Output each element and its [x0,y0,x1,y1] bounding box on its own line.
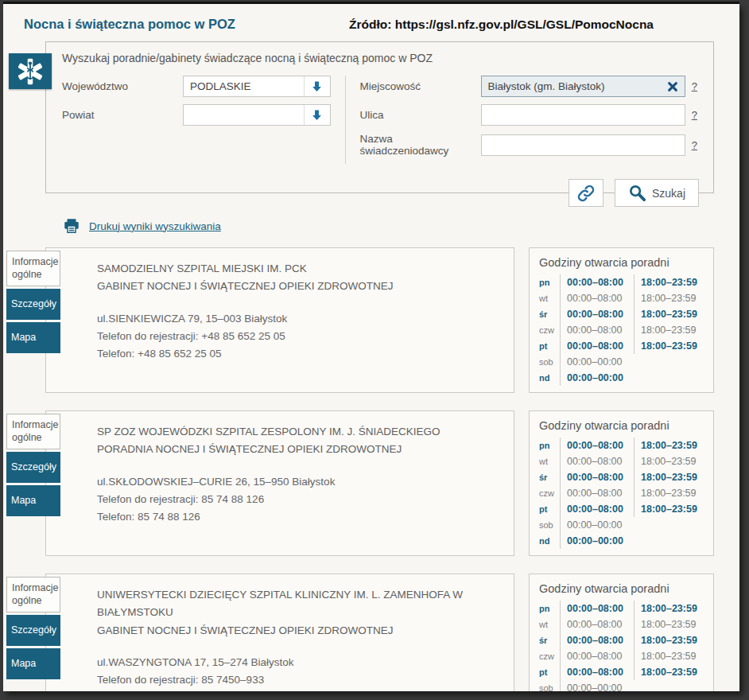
hours-table: pn00:00–08:0018:00–23:59wt00:00–08:0018:… [539,274,704,386]
tab-szczegoly[interactable]: Szczegóły [6,452,60,483]
source-url-label: Źródło: https://gsl.nfz.gov.pl/GSL/GSL/P… [349,18,654,32]
page-title: Nocna i świąteczna pomoc w POZ [24,17,235,32]
form-left-column: Województwo PODLASKIE Powiat [62,76,345,164]
facility-tabs: Informacje ogólne Szczegóły Mapa [6,414,60,519]
hours-row: śr00:00–08:0018:00–23:59 [539,632,704,648]
facility-phone-registration: Telefon do rejestracji: +48 85 652 25 05 [97,328,499,345]
hours-card: Godziny otwarcia poradni pn00:00–08:0018… [529,574,714,691]
form-right-column: Miejscowość Białystok (gm. Białystok) ? … [345,76,697,164]
tab-informacje-ogolne[interactable]: Informacje ogólne [6,414,60,449]
hours-row: czw00:00–08:0018:00–23:59 [539,485,704,501]
hours-row: wt00:00–08:0018:00–23:59 [539,290,704,306]
hours-row: sob00:00–00:00 [539,354,704,370]
search-button[interactable]: Szukaj [615,179,699,207]
tab-szczegoly[interactable]: Szczegóły [6,615,60,646]
hours-row: pt00:00–08:0018:00–23:59 [539,501,704,517]
facility-phone: Telefon: 85 7450–933 [97,689,499,691]
chain-link-icon [576,184,596,203]
hours-title: Godziny otwarcia poradni [539,582,704,595]
hours-row: nd00:00–00:00 [539,533,704,549]
ulica-input[interactable] [481,104,685,126]
hours-row: śr00:00–08:0018:00–23:59 [539,306,704,322]
hours-title: Godziny otwarcia poradni [539,419,704,432]
tab-informacje-ogolne[interactable]: Informacje ogólne [6,577,60,612]
wojewodztwo-value: PODLASKIE [184,80,304,92]
facility-card: UNIWERSYTECKI DZIECIĘCY SZPITAL KLINICZN… [45,574,514,691]
miejscowosc-help-link[interactable]: ? [692,80,697,92]
hours-row: śr00:00–08:0018:00–23:59 [539,469,704,485]
result-row: Informacje ogólne Szczegóły Mapa UNIWERS… [45,574,714,691]
facility-tabs: Informacje ogólne Szczegóły Mapa [6,251,60,356]
facility-name: SAMODZIELNY SZPITAL MIEJSKI IM. PCKGABIN… [97,260,499,296]
miejscowosc-label: Miejscowość [360,80,481,92]
tab-mapa[interactable]: Mapa [6,648,60,679]
hours-row: pt00:00–08:0018:00–23:59 [539,664,704,680]
facility-name: SP ZOZ WOJEWÓDZKI SZPITAL ZESPOLONY IM. … [97,423,499,459]
facility-phone: Telefon: 85 74 88 126 [97,508,499,526]
search-panel-title: Wyszukaj poradnie/gabinety świadczące no… [62,52,697,64]
facility-card: SP ZOZ WOJEWÓDZKI SZPITAL ZESPOLONY IM. … [45,410,514,556]
miejscowosc-value: Białystok (gm. Białystok) [482,80,661,92]
nazwa-swiadczeniodawcy-input[interactable] [481,134,685,156]
ulica-help-link[interactable]: ? [692,109,697,121]
hours-row: sob00:00–00:00 [539,680,704,691]
hours-row: czw00:00–08:0018:00–23:59 [539,322,704,338]
print-results-link[interactable]: Drukuj wyniki wyszukiwania [89,220,221,232]
powiat-select[interactable] [183,104,331,126]
hours-title: Godziny otwarcia poradni [539,256,704,269]
facility-name: UNIWERSYTECKI DZIECIĘCY SZPITAL KLINICZN… [97,586,499,640]
search-button-label: Szukaj [652,187,685,200]
permalink-button[interactable] [569,179,603,207]
hours-row: pt00:00–08:0018:00–23:59 [539,338,704,354]
hours-row: sob00:00–00:00 [539,517,704,533]
hours-row: pn00:00–08:0018:00–23:59 [539,601,704,616]
search-icon [628,184,646,202]
facility-phone-registration: Telefon do rejestracji: 85 7450–933 [97,671,499,689]
hours-card: Godziny otwarcia poradni pn00:00–08:0018… [529,247,714,393]
results-list: Informacje ogólne Szczegóły Mapa SAMODZI… [3,247,739,691]
nazwa-swiadczeniodawcy-label: Nazwa świadczeniodawcy [360,133,481,157]
dropdown-arrow-icon[interactable] [304,105,330,125]
hours-card: Godziny otwarcia poradni pn00:00–08:0018… [529,410,714,556]
hours-row: wt00:00–08:0018:00–23:59 [539,616,704,632]
header: Nocna i świąteczna pomoc w POZ Źródło: h… [3,4,739,37]
facility-phone: Telefon: +48 85 652 25 05 [97,345,499,363]
clear-icon[interactable] [661,76,685,96]
miejscowosc-input[interactable]: Białystok (gm. Białystok) [481,76,685,97]
printer-icon [62,217,81,235]
tab-szczegoly[interactable]: Szczegóły [6,289,60,320]
search-panel: Wyszukaj poradnie/gabinety świadczące no… [45,41,714,193]
print-results-top: Drukuj wyniki wyszukiwania [62,217,714,235]
hours-row: czw00:00–08:0018:00–23:59 [539,648,704,664]
page: Nocna i świąteczna pomoc w POZ Źródło: h… [3,4,739,691]
result-row: Informacje ogólne Szczegóły Mapa SP ZOZ … [45,410,714,556]
hours-table: pn00:00–08:0018:00–23:59wt00:00–08:0018:… [539,601,704,691]
star-of-life-icon [9,53,52,89]
powiat-label: Powiat [62,109,183,121]
hours-row: wt00:00–08:0018:00–23:59 [539,453,704,469]
hours-row: pn00:00–08:0018:00–23:59 [539,438,704,453]
facility-address: ul.SKŁODOWSKIEJ–CURIE 26, 15–950 Białyst… [97,473,499,491]
tab-informacje-ogolne[interactable]: Informacje ogólne [6,251,60,286]
ulica-label: Ulica [360,109,481,121]
hours-table: pn00:00–08:0018:00–23:59wt00:00–08:0018:… [539,438,704,549]
facility-address: ul.SIENKIEWICZA 79, 15–003 Białystok [97,310,499,328]
wojewodztwo-label: Województwo [62,80,183,92]
facility-card: SAMODZIELNY SZPITAL MIEJSKI IM. PCKGABIN… [45,247,514,393]
nazwa-help-link[interactable]: ? [692,139,697,151]
hours-row: nd00:00–00:00 [539,370,704,386]
tab-mapa[interactable]: Mapa [6,322,60,353]
tab-mapa[interactable]: Mapa [6,485,60,516]
hours-row: pn00:00–08:0018:00–23:59 [539,274,704,290]
facility-tabs: Informacje ogólne Szczegóły Mapa [6,577,60,682]
result-row: Informacje ogólne Szczegóły Mapa SAMODZI… [45,247,714,393]
facility-address: ul.WASZYNGTONA 17, 15–274 Białystok [97,654,499,671]
wojewodztwo-select[interactable]: PODLASKIE [183,76,331,97]
dropdown-arrow-icon[interactable] [304,76,330,96]
facility-phone-registration: Telefon do rejestracji: 85 74 88 126 [97,491,499,508]
